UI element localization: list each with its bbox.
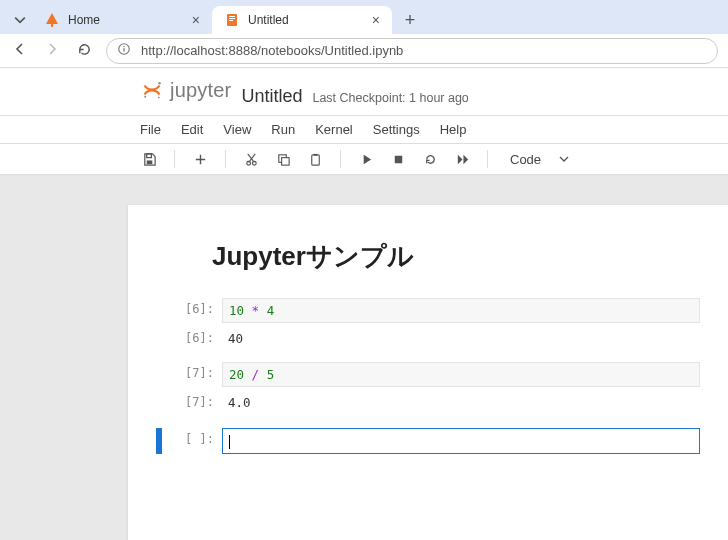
browser-tab-strip: Home × Untitled × + xyxy=(0,0,728,34)
back-icon[interactable] xyxy=(10,41,30,60)
run-icon[interactable] xyxy=(357,150,375,168)
svg-rect-12 xyxy=(146,160,152,164)
menu-bar: File Edit View Run Kernel Settings Help xyxy=(0,115,728,144)
in-prompt: [6]: xyxy=(168,298,222,323)
cell-bar xyxy=(156,327,162,350)
new-tab-button[interactable]: + xyxy=(398,8,422,32)
code-cell[interactable]: [6]: 10 * 4 xyxy=(156,298,700,323)
notebook-favicon-icon xyxy=(224,12,240,28)
cut-icon[interactable] xyxy=(242,150,260,168)
separator xyxy=(487,150,488,168)
svg-rect-17 xyxy=(311,154,319,164)
browser-tab-home[interactable]: Home × xyxy=(32,6,212,34)
svg-rect-4 xyxy=(229,20,233,21)
close-icon[interactable]: × xyxy=(372,13,380,27)
menu-settings[interactable]: Settings xyxy=(373,122,420,137)
tab-title: Untitled xyxy=(248,13,364,27)
checkpoint-text: Last Checkpoint: 1 hour ago xyxy=(312,91,468,105)
browser-tab-untitled[interactable]: Untitled × xyxy=(212,6,392,34)
code-input-focused[interactable] xyxy=(222,428,700,454)
copy-icon[interactable] xyxy=(274,150,292,168)
notebook-scroll-area: Jupyterサンプル [6]: 10 * 4 [6]: 40 [7]: 20 … xyxy=(0,175,728,540)
svg-point-8 xyxy=(158,82,160,84)
jupyter-logo[interactable]: jupyter xyxy=(140,78,231,102)
markdown-heading[interactable]: Jupyterサンプル xyxy=(212,239,700,274)
chevron-down-icon xyxy=(559,154,569,164)
cell-bar xyxy=(156,298,162,323)
code-cell-active[interactable]: [ ]: xyxy=(156,428,700,454)
url-input[interactable]: http://localhost:8888/notebooks/Untitled… xyxy=(106,38,718,64)
separator xyxy=(340,150,341,168)
output-cell: [7]: 4.0 xyxy=(156,391,700,414)
save-icon[interactable] xyxy=(140,150,158,168)
restart-icon[interactable] xyxy=(421,150,439,168)
toolbar: Code xyxy=(0,144,728,175)
cell-bar xyxy=(156,362,162,387)
fast-forward-icon[interactable] xyxy=(453,150,471,168)
jupyter-header: jupyter Untitled Last Checkpoint: 1 hour… xyxy=(0,68,728,115)
menu-view[interactable]: View xyxy=(223,122,251,137)
cell-type-select[interactable]: Code xyxy=(504,152,575,167)
svg-rect-16 xyxy=(281,157,289,165)
svg-rect-18 xyxy=(313,153,317,155)
cell-bar-selected xyxy=(156,428,162,454)
output-text: 4.0 xyxy=(222,391,700,414)
svg-rect-7 xyxy=(123,46,124,47)
close-icon[interactable]: × xyxy=(192,13,200,27)
out-prompt: [7]: xyxy=(168,391,222,414)
tab-title: Home xyxy=(68,13,184,27)
separator xyxy=(225,150,226,168)
browser-address-bar: http://localhost:8888/notebooks/Untitled… xyxy=(0,34,728,68)
menu-help[interactable]: Help xyxy=(440,122,467,137)
notebook-title[interactable]: Untitled xyxy=(241,86,302,107)
svg-point-10 xyxy=(158,97,160,99)
menu-run[interactable]: Run xyxy=(271,122,295,137)
in-prompt: [7]: xyxy=(168,362,222,387)
separator xyxy=(174,150,175,168)
add-cell-icon[interactable] xyxy=(191,150,209,168)
stop-icon[interactable] xyxy=(389,150,407,168)
svg-rect-11 xyxy=(146,153,151,157)
svg-rect-6 xyxy=(123,48,124,52)
text-cursor-icon xyxy=(229,435,230,449)
code-cell[interactable]: [7]: 20 / 5 xyxy=(156,362,700,387)
menu-edit[interactable]: Edit xyxy=(181,122,203,137)
reload-icon[interactable] xyxy=(74,42,94,60)
svg-rect-3 xyxy=(229,18,235,19)
jupyter-favicon-icon xyxy=(44,12,60,28)
svg-rect-19 xyxy=(394,155,402,163)
code-input[interactable]: 20 / 5 xyxy=(222,362,700,387)
menu-file[interactable]: File xyxy=(140,122,161,137)
site-info-icon[interactable] xyxy=(117,42,131,59)
jupyter-logo-text: jupyter xyxy=(170,79,231,102)
url-text: http://localhost:8888/notebooks/Untitled… xyxy=(141,43,403,58)
cell-type-label: Code xyxy=(510,152,541,167)
code-input[interactable]: 10 * 4 xyxy=(222,298,700,323)
in-prompt: [ ]: xyxy=(168,428,222,454)
svg-point-9 xyxy=(144,96,146,98)
forward-icon xyxy=(42,41,62,60)
output-text: 40 xyxy=(222,327,700,350)
cell-bar xyxy=(156,391,162,414)
svg-rect-2 xyxy=(229,16,235,17)
svg-rect-0 xyxy=(51,24,53,27)
out-prompt: [6]: xyxy=(168,327,222,350)
notebook: Jupyterサンプル [6]: 10 * 4 [6]: 40 [7]: 20 … xyxy=(128,205,728,540)
menu-kernel[interactable]: Kernel xyxy=(315,122,353,137)
paste-icon[interactable] xyxy=(306,150,324,168)
output-cell: [6]: 40 xyxy=(156,327,700,350)
tab-list-dropdown-icon[interactable] xyxy=(8,6,32,34)
